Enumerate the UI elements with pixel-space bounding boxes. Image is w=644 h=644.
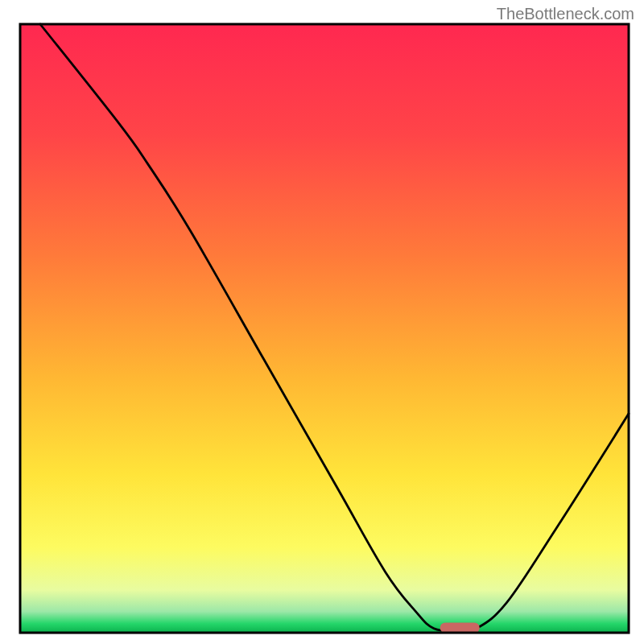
bottleneck-chart: TheBottleneck.com [0,0,644,644]
watermark-text: TheBottleneck.com [497,5,634,23]
chart-plot-area [0,0,644,644]
